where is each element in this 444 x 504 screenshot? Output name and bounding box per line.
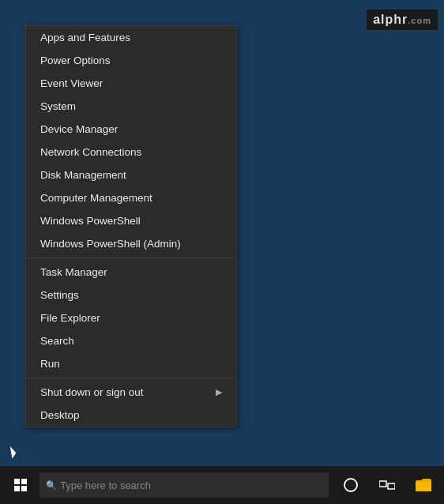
alphr-logo: alphr.com [367,9,438,30]
menu-item-power-options[interactable]: Power Options [26,49,236,72]
task-view-button[interactable] [370,468,404,502]
mouse-cursor [10,446,17,459]
svg-point-0 [344,479,357,491]
menu-item-shut-down[interactable]: Shut down or sign out ▶ [26,381,236,404]
menu-item-device-manager[interactable]: Device Manager [26,118,236,141]
windows-logo-icon [14,479,27,491]
svg-rect-2 [388,483,395,489]
file-explorer-button[interactable] [406,468,441,502]
menu-item-desktop[interactable]: Desktop [26,404,236,427]
menu-item-event-viewer[interactable]: Event Viewer [26,72,236,95]
taskbar-search-box[interactable]: 🔍 Type here to search [40,472,329,498]
start-button[interactable] [3,468,38,502]
folder-icon [415,478,432,492]
menu-item-disk-management[interactable]: Disk Management [26,164,236,186]
taskbar-search-placeholder: Type here to search [60,480,151,491]
alphr-logo-text: alphr [373,13,408,26]
menu-item-apps-features[interactable]: Apps and Features [26,26,236,49]
menu-item-windows-powershell-admin[interactable]: Windows PowerShell (Admin) [26,232,236,255]
menu-item-settings[interactable]: Settings [26,284,236,307]
menu-divider-2 [26,378,236,378]
menu-divider-1 [26,258,236,258]
context-menu: Apps and Features Power Options Event Vi… [25,25,237,427]
menu-item-file-explorer[interactable]: File Explorer [26,307,236,329]
task-view-icon [379,479,395,491]
taskbar: 🔍 Type here to search [0,466,444,504]
search-circle-icon [343,477,359,493]
search-taskbar-button[interactable] [333,468,368,502]
svg-rect-1 [379,481,386,487]
chevron-right-icon: ▶ [216,387,222,397]
menu-item-run[interactable]: Run [26,352,236,375]
search-arrow-icon: 🔍 [46,480,57,491]
taskbar-right-buttons [333,468,441,502]
menu-item-windows-powershell[interactable]: Windows PowerShell [26,209,236,232]
menu-item-network-connections[interactable]: Network Connections [26,141,236,164]
svg-rect-3 [416,482,431,491]
menu-item-system[interactable]: System [26,95,236,118]
menu-item-computer-management[interactable]: Computer Management [26,186,236,209]
menu-item-task-manager[interactable]: Task Manager [26,261,236,284]
alphr-logo-suffix: .com [408,16,431,25]
menu-item-search[interactable]: Search [26,329,236,352]
desktop: alphr.com Apps and Features Power Option… [0,0,444,504]
